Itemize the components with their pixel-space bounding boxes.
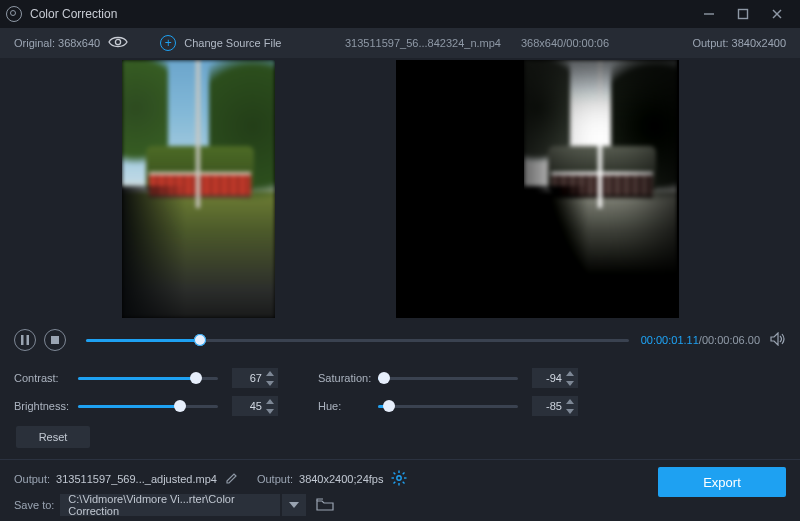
original-dimensions-label: Original: 368x640: [14, 37, 100, 49]
window-title: Color Correction: [30, 7, 117, 21]
preview-area: [0, 58, 800, 320]
saturation-value: -94: [546, 372, 562, 384]
maximize-button[interactable]: [726, 0, 760, 28]
source-dimensions-duration: 368x640/00:00:06: [521, 37, 609, 49]
current-time: 00:00:01.11: [641, 334, 699, 346]
reset-label: Reset: [39, 431, 68, 443]
volume-button[interactable]: [770, 332, 786, 349]
open-folder-button[interactable]: [314, 494, 336, 516]
save-to-label: Save to:: [14, 499, 54, 511]
edit-filename-button[interactable]: [225, 471, 239, 487]
stop-button[interactable]: [44, 329, 66, 351]
adjusted-preview: [396, 60, 679, 318]
change-source-button[interactable]: + Change Source File: [160, 35, 281, 51]
topbar: Original: 368x640 + Change Source File 3…: [0, 28, 800, 58]
original-preview: [122, 60, 275, 318]
color-sliders-panel: Contrast: 67 Saturation: -94 Brightness:: [0, 360, 800, 448]
brightness-step-up[interactable]: [264, 397, 276, 405]
transport-bar: 00:00:01.11/00:00:06.00: [0, 320, 800, 360]
saturation-step-down[interactable]: [564, 379, 576, 387]
pause-button[interactable]: [14, 329, 36, 351]
svg-line-16: [394, 482, 396, 484]
svg-rect-5: [21, 335, 24, 345]
output-filename: 313511597_569..._adjusted.mp4: [56, 473, 217, 485]
brightness-step-down[interactable]: [264, 407, 276, 415]
saturation-label: Saturation:: [318, 372, 378, 384]
svg-point-4: [116, 39, 121, 44]
brightness-slider[interactable]: [78, 396, 218, 416]
export-button[interactable]: Export: [658, 467, 786, 497]
brightness-value-input[interactable]: 45: [232, 396, 278, 416]
svg-rect-1: [739, 10, 748, 19]
hue-step-down[interactable]: [564, 407, 576, 415]
close-button[interactable]: [760, 0, 794, 28]
brightness-value: 45: [250, 400, 262, 412]
titlebar: Color Correction: [0, 0, 800, 28]
export-label: Export: [703, 475, 741, 490]
svg-point-8: [397, 476, 401, 480]
app-logo-icon: [6, 6, 22, 22]
brightness-label: Brightness:: [14, 400, 78, 412]
hue-value-input[interactable]: -85: [532, 396, 578, 416]
contrast-label: Contrast:: [14, 372, 78, 384]
hue-slider[interactable]: [378, 396, 518, 416]
svg-line-15: [403, 473, 405, 475]
contrast-slider[interactable]: [78, 368, 218, 388]
contrast-step-down[interactable]: [264, 379, 276, 387]
contrast-value-input[interactable]: 67: [232, 368, 278, 388]
change-source-label: Change Source File: [184, 37, 281, 49]
saturation-slider[interactable]: [378, 368, 518, 388]
svg-line-14: [403, 482, 405, 484]
output-format-label: Output:: [257, 473, 293, 485]
svg-rect-6: [27, 335, 30, 345]
timeline-slider[interactable]: [86, 329, 629, 351]
bottom-panel: Output: 313511597_569..._adjusted.mp4 Ou…: [0, 459, 800, 521]
saturation-step-up[interactable]: [564, 369, 576, 377]
output-dimensions-label: Output: 3840x2400: [692, 37, 786, 49]
saturation-value-input[interactable]: -94: [532, 368, 578, 388]
output-settings-button[interactable]: [391, 470, 407, 488]
save-path-dropdown[interactable]: [282, 494, 306, 516]
total-time: /00:00:06.00: [699, 334, 760, 346]
plus-icon: +: [160, 35, 176, 51]
svg-line-13: [394, 473, 396, 475]
contrast-value: 67: [250, 372, 262, 384]
minimize-button[interactable]: [692, 0, 726, 28]
source-filename: 313511597_56...842324_n.mp4: [345, 37, 501, 49]
hue-label: Hue:: [318, 400, 378, 412]
output-format: 3840x2400;24fps: [299, 473, 383, 485]
reset-button[interactable]: Reset: [16, 426, 90, 448]
save-path-input[interactable]: C:\Vidmore\Vidmore Vi...rter\Color Corre…: [60, 494, 280, 516]
contrast-step-up[interactable]: [264, 369, 276, 377]
hue-step-up[interactable]: [564, 397, 576, 405]
save-path-value: C:\Vidmore\Vidmore Vi...rter\Color Corre…: [68, 493, 272, 517]
svg-rect-7: [51, 336, 59, 344]
hue-value: -85: [546, 400, 562, 412]
output-filename-label: Output:: [14, 473, 50, 485]
preview-toggle-icon[interactable]: [108, 35, 128, 51]
